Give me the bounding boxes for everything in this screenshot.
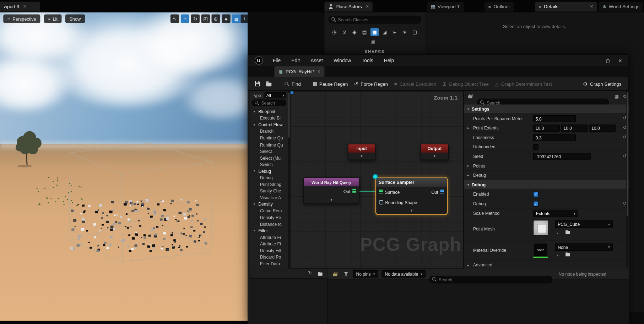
- menu-item[interactable]: Edit: [291, 58, 300, 63]
- scale-method-dropdown[interactable]: Extents ▾: [533, 210, 578, 217]
- point-mesh-dropdown[interactable]: PCG_Cube ▾: [555, 221, 613, 228]
- minimize-button[interactable]: —: [589, 55, 602, 65]
- details-scrollbar[interactable]: [626, 91, 628, 269]
- point-extents-z-input[interactable]: [589, 124, 616, 132]
- close-icon[interactable]: ×: [366, 4, 369, 9]
- material-override-dropdown[interactable]: None ▾: [555, 244, 613, 251]
- palette-item[interactable]: Switch: [250, 161, 288, 168]
- lights-icon[interactable]: ◉: [350, 28, 358, 36]
- perspective-button[interactable]: ≡ Perspective: [3, 14, 40, 23]
- palette-item[interactable]: Density Filt: [250, 247, 288, 254]
- palette-item[interactable]: Runtime Qu: [250, 135, 288, 142]
- expander-icon[interactable]: ▸: [467, 126, 469, 130]
- menu-item[interactable]: Tools: [362, 58, 373, 63]
- window-title-bar[interactable]: U FileEditAssetWindowToolsHelp — ▢ ×: [248, 55, 628, 66]
- surface-pin-icon[interactable]: [379, 190, 383, 194]
- browse-icon[interactable]: [565, 229, 570, 235]
- palette-item[interactable]: Branch: [250, 128, 288, 135]
- move-tool-button[interactable]: +: [181, 14, 189, 23]
- sync-icon[interactable]: ↻: [308, 271, 312, 276]
- point-extents-y-input[interactable]: [561, 124, 588, 132]
- close-icon[interactable]: ×: [590, 4, 593, 9]
- palette-item[interactable]: Filter: [250, 227, 288, 234]
- palette-item[interactable]: Distance to: [250, 221, 288, 227]
- find-button[interactable]: Find: [284, 81, 301, 86]
- menu-item[interactable]: File: [273, 58, 281, 63]
- palette-item[interactable]: Print String: [250, 181, 288, 188]
- node-output[interactable]: Output ▾: [421, 144, 449, 160]
- visual-effects-icon[interactable]: ∗: [401, 28, 409, 36]
- palette-item[interactable]: Control Flow: [250, 121, 288, 128]
- maximize-button[interactable]: ▢: [602, 55, 614, 65]
- volumes-icon[interactable]: ▢: [411, 28, 419, 36]
- palette-item[interactable]: Select (Mul: [250, 154, 288, 161]
- palette-item[interactable]: Select: [250, 148, 288, 155]
- menu-item[interactable]: Asset: [310, 58, 323, 63]
- geometry-icon[interactable]: ◢: [380, 28, 389, 36]
- node-input[interactable]: Input ▾: [348, 144, 375, 160]
- row-advanced[interactable]: ▸ Advanced: [464, 261, 629, 269]
- pause-regen-button[interactable]: Pause Regen: [314, 81, 348, 86]
- level-viewport[interactable]: ≡ Perspective ● Lit Show ↖ + ↻ ◰ ⊕ ◆ ▦ 1: [0, 12, 248, 324]
- scrollbar-thumb[interactable]: [627, 92, 628, 216]
- points-per-squared-meter-input[interactable]: [533, 115, 576, 122]
- tab-viewport-1[interactable]: ▦ Viewport 1: [427, 2, 464, 12]
- seed-input[interactable]: [533, 153, 591, 160]
- palette-item[interactable]: Runtime Qu: [250, 141, 288, 148]
- rotate-tool-button[interactable]: ↻: [191, 14, 200, 23]
- section-debug[interactable]: ▾ Debug: [464, 180, 629, 188]
- use-selected-icon[interactable]: ←: [556, 230, 561, 235]
- looseness-input[interactable]: [533, 134, 576, 141]
- node-surface-sampler[interactable]: Surface Sampler Surface Out Bounding Sha…: [375, 177, 448, 215]
- menu-item[interactable]: Window: [334, 58, 351, 63]
- lit-mode-button[interactable]: ● Lit: [44, 14, 62, 23]
- scale-tool-button[interactable]: ◰: [201, 14, 210, 23]
- grid-snap-value[interactable]: 1: [241, 14, 248, 23]
- palette-item[interactable]: Debug: [250, 174, 288, 181]
- surface-snap-button[interactable]: ◆: [222, 14, 230, 23]
- media-icon[interactable]: ▸: [391, 28, 399, 36]
- close-button[interactable]: ×: [614, 55, 627, 65]
- graph-canvas[interactable]: PCG Graph Zoom 1:1 Input ▾ Output ▾ Worl…: [290, 91, 464, 269]
- menu-item[interactable]: Help: [384, 58, 394, 63]
- material-thumbnail[interactable]: None: [533, 243, 548, 258]
- select-tool-button[interactable]: ↖: [171, 14, 179, 23]
- bounding-shape-pin-icon[interactable]: [379, 200, 383, 205]
- point-mesh-thumbnail[interactable]: [533, 220, 549, 236]
- tab-outliner[interactable]: ≡ Outliner: [485, 2, 514, 12]
- palette-item[interactable]: Attribute Fi: [250, 234, 288, 241]
- save-button[interactable]: [255, 81, 260, 86]
- palette-item[interactable]: Debug: [250, 168, 288, 175]
- palette-item[interactable]: Curve Rem: [250, 207, 288, 214]
- search-classes-input[interactable]: [329, 16, 421, 23]
- collapse-chevron-icon[interactable]: ▾: [376, 207, 447, 214]
- debug-checkbox[interactable]: ✓: [533, 201, 539, 206]
- no-pins-dropdown[interactable]: No pins ▾: [353, 270, 378, 278]
- graph-settings-button[interactable]: ⚙Graph Settings: [583, 81, 621, 86]
- palette-item[interactable]: Sanity Che: [250, 187, 288, 194]
- tab-world-settings[interactable]: ⊕ World Settings: [599, 2, 643, 12]
- browse-icon[interactable]: [565, 252, 570, 257]
- enabled-checkbox[interactable]: ✓: [533, 192, 539, 197]
- section-settings[interactable]: ▾ Settings: [464, 105, 629, 113]
- palette-search[interactable]: [252, 100, 286, 106]
- close-icon[interactable]: ×: [23, 4, 26, 9]
- browse-icon[interactable]: [318, 271, 323, 277]
- collapse-chevron-icon[interactable]: ▾: [421, 153, 448, 160]
- force-regen-button[interactable]: ↺Force Regen: [354, 81, 388, 86]
- tab-pcg-rayhit[interactable]: ▦ PCG_RayHit* ×: [274, 66, 324, 77]
- close-icon[interactable]: ×: [317, 69, 320, 74]
- show-flags-button[interactable]: Show: [65, 14, 85, 23]
- expander-icon[interactable]: ▸: [467, 164, 469, 168]
- scrollbar-thumb[interactable]: [288, 92, 289, 138]
- inspector-search-input[interactable]: [429, 276, 552, 283]
- inspector-search[interactable]: [429, 276, 552, 283]
- no-data-dropdown[interactable]: No data available ▾: [381, 270, 426, 278]
- palette-item[interactable]: Blueprint: [250, 108, 288, 115]
- type-filter-dropdown[interactable]: All ▾: [264, 92, 286, 98]
- palette-item[interactable]: Density: [250, 201, 288, 208]
- out-pin-icon[interactable]: [352, 189, 356, 194]
- grid-snap-control[interactable]: ▦ 1: [232, 14, 248, 23]
- place-actors-search[interactable]: [329, 16, 421, 23]
- browse-to-asset-button[interactable]: [266, 81, 271, 86]
